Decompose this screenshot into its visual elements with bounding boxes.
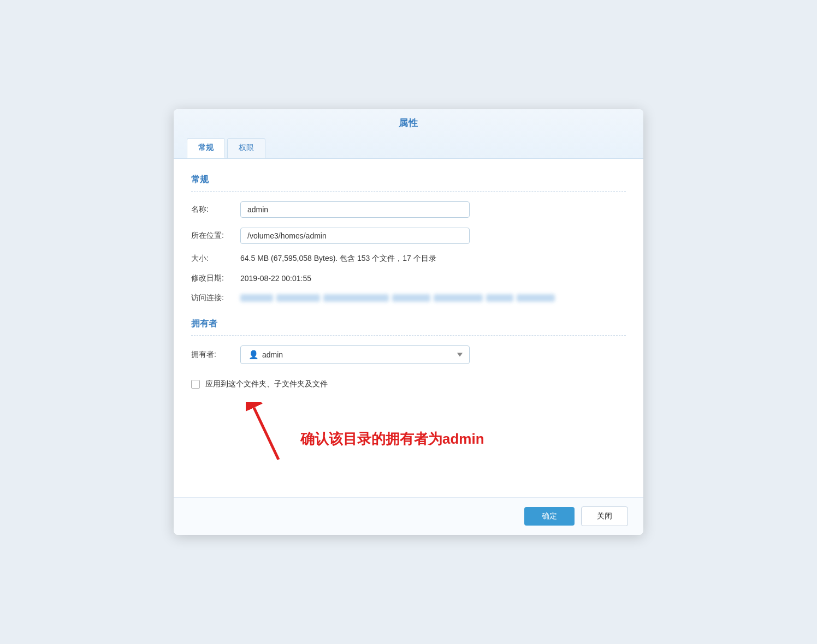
owner-value: admin (262, 350, 283, 359)
owner-label: 拥有者: (191, 350, 240, 360)
apply-checkbox-row: 应用到这个文件夹、子文件夹及文件 (191, 379, 626, 389)
blur-7 (517, 294, 555, 302)
name-input[interactable] (240, 201, 470, 218)
tabs: 常规 权限 (187, 138, 630, 158)
access-label: 访问连接: (191, 293, 240, 303)
blur-2 (276, 294, 320, 302)
name-row: 名称: (191, 201, 626, 218)
modified-value: 2019-08-22 00:01:55 (240, 274, 311, 283)
annotation-text: 确认该目录的拥有者为admin (300, 430, 484, 449)
apply-label: 应用到这个文件夹、子文件夹及文件 (205, 379, 328, 389)
dialog-header: 属性 常规 权限 (174, 109, 643, 159)
owner-divider (191, 335, 626, 336)
access-row: 访问连接: (191, 293, 626, 303)
properties-dialog: 属性 常规 权限 常规 名称: 所在位置: 大小: 64.5 MB (67,59… (174, 109, 643, 535)
annotation-area: 确认该目录的拥有者为admin (246, 402, 626, 462)
confirm-button[interactable]: 确定 (524, 507, 575, 526)
dialog-footer: 确定 关闭 (174, 497, 643, 535)
name-label: 名称: (191, 205, 240, 214)
location-input[interactable] (240, 228, 470, 244)
location-row: 所在位置: (191, 228, 626, 244)
dialog-body: 常规 名称: 所在位置: 大小: 64.5 MB (67,595,058 Byt… (174, 159, 643, 497)
modified-row: 修改日期: 2019-08-22 00:01:55 (191, 273, 626, 283)
svg-line-1 (254, 408, 279, 460)
blur-5 (434, 294, 483, 302)
owner-select[interactable]: 👤 admin (240, 345, 470, 364)
dropdown-arrow-icon (457, 353, 463, 357)
size-value: 64.5 MB (67,595,058 Bytes). 包含 153 个文件，1… (240, 254, 436, 264)
apply-checkbox[interactable] (191, 380, 200, 389)
close-button[interactable]: 关闭 (581, 506, 628, 526)
size-label: 大小: (191, 254, 240, 264)
dialog-title: 属性 (187, 117, 630, 136)
modified-label: 修改日期: (191, 273, 240, 283)
blur-3 (323, 294, 389, 302)
blur-4 (392, 294, 430, 302)
general-divider (191, 191, 626, 192)
tab-permissions[interactable]: 权限 (227, 138, 265, 158)
user-icon: 👤 (248, 350, 259, 360)
tab-general[interactable]: 常规 (187, 138, 225, 158)
owner-section-title: 拥有者 (191, 318, 626, 330)
blur-1 (240, 294, 273, 302)
owner-row: 拥有者: 👤 admin (191, 345, 626, 364)
blur-6 (486, 294, 513, 302)
red-arrow (246, 402, 295, 462)
size-row: 大小: 64.5 MB (67,595,058 Bytes). 包含 153 个… (191, 254, 626, 264)
location-label: 所在位置: (191, 231, 240, 241)
general-section-title: 常规 (191, 174, 626, 186)
access-link-value (240, 294, 555, 302)
